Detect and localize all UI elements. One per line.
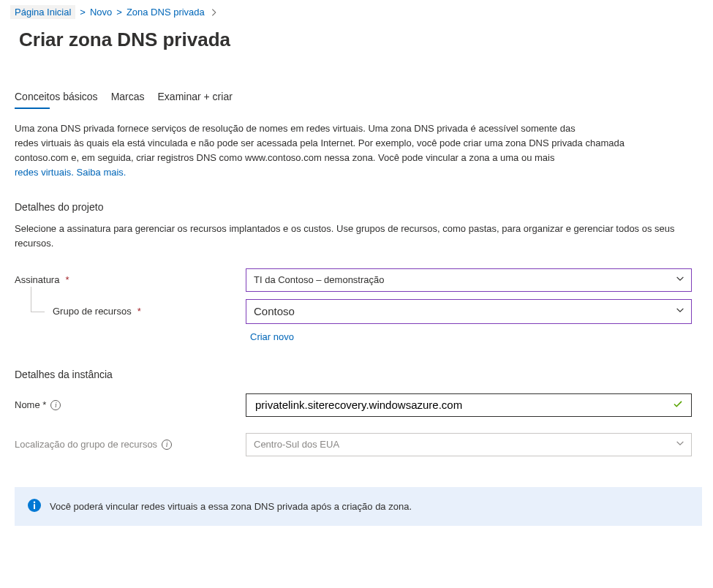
row-location: Localização do grupo de recursos i Centr… bbox=[15, 433, 713, 456]
required-marker: * bbox=[65, 274, 69, 285]
instance-details-heading: Detalhes da instância bbox=[15, 369, 713, 380]
breadcrumb-home[interactable]: Página Inicial bbox=[10, 5, 75, 19]
intro-line3: contoso.com e, em seguida, criar registr… bbox=[15, 152, 554, 163]
tab-basics[interactable]: Conceitos básicos bbox=[15, 88, 98, 108]
row-name: Nome * i bbox=[15, 393, 713, 417]
chevron-right-icon bbox=[209, 7, 219, 18]
input-name[interactable] bbox=[254, 398, 666, 412]
info-banner-text: Você poderá vincular redes virtuais a es… bbox=[50, 501, 412, 512]
breadcrumb-sep: > bbox=[80, 7, 86, 18]
select-location: Centro-Sul dos EUA bbox=[246, 433, 692, 456]
label-resource-group: Grupo de recursos * bbox=[15, 306, 246, 317]
project-details-sub: Selecione a assinatura para gerenciar os… bbox=[15, 222, 713, 251]
info-filled-icon bbox=[28, 499, 41, 514]
project-details-heading: Detalhes do projeto bbox=[15, 201, 713, 213]
chevron-down-icon bbox=[675, 274, 685, 286]
row-subscription: Assinatura * TI da Contoso – demonstraçã… bbox=[15, 268, 713, 292]
link-learn-more[interactable]: Saiba mais. bbox=[77, 167, 127, 178]
link-virtual-networks[interactable]: redes virtuais. bbox=[15, 167, 74, 178]
svg-point-2 bbox=[34, 501, 35, 502]
select-resource-group-value: Contoso bbox=[254, 305, 295, 317]
select-location-value: Centro-Sul dos EUA bbox=[254, 439, 339, 450]
label-subscription: Assinatura * bbox=[15, 274, 246, 285]
info-icon[interactable]: i bbox=[162, 440, 172, 450]
breadcrumb: Página Inicial > Novo > Zona DNS privada bbox=[15, 0, 713, 24]
intro-line1: Uma zona DNS privada fornece serviços de… bbox=[15, 123, 576, 134]
label-location: Localização do grupo de recursos i bbox=[15, 439, 246, 450]
info-banner: Você poderá vincular redes virtuais a es… bbox=[15, 487, 702, 526]
required-marker: * bbox=[137, 306, 141, 317]
tab-review-create[interactable]: Examinar + criar bbox=[158, 88, 233, 108]
checkmark-icon bbox=[672, 398, 684, 412]
input-name-wrapper bbox=[246, 393, 692, 417]
svg-rect-1 bbox=[34, 504, 35, 509]
intro-line2: redes virtuais às quais ela está vincula… bbox=[15, 137, 625, 148]
select-subscription-value: TI da Contoso – demonstração bbox=[254, 274, 385, 285]
breadcrumb-dnszone[interactable]: Zona DNS privada bbox=[127, 7, 205, 18]
tab-tags[interactable]: Marcas bbox=[111, 88, 145, 108]
chevron-down-icon bbox=[675, 305, 685, 317]
select-resource-group[interactable]: Contoso bbox=[246, 299, 692, 324]
label-name: Nome * i bbox=[15, 399, 246, 410]
info-icon[interactable]: i bbox=[50, 400, 61, 410]
row-resource-group: Grupo de recursos * Contoso bbox=[15, 299, 713, 324]
breadcrumb-new[interactable]: Novo bbox=[90, 7, 112, 18]
intro-text: Uma zona DNS privada fornece serviços de… bbox=[15, 121, 713, 181]
breadcrumb-sep: > bbox=[116, 7, 122, 18]
link-create-new-rg[interactable]: Criar novo bbox=[246, 331, 294, 342]
tabs: Conceitos básicos Marcas Examinar + cria… bbox=[15, 88, 713, 108]
chevron-down-icon bbox=[675, 438, 685, 451]
page-title: Criar zona DNS privada bbox=[19, 29, 713, 51]
row-create-new: Criar novo bbox=[246, 331, 713, 342]
select-subscription[interactable]: TI da Contoso – demonstração bbox=[246, 268, 692, 292]
